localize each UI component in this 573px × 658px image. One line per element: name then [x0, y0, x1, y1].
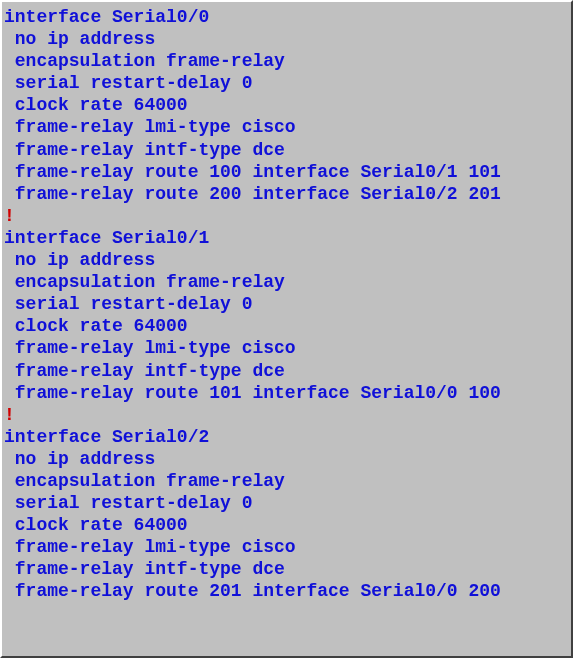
- config-line: frame-relay lmi-type cisco: [4, 337, 565, 359]
- terminal-window: interface Serial0/0 no ip address encaps…: [0, 0, 573, 658]
- config-line: no ip address: [4, 249, 565, 271]
- config-line: frame-relay route 201 interface Serial0/…: [4, 580, 565, 602]
- config-line: frame-relay intf-type dce: [4, 558, 565, 580]
- config-line: encapsulation frame-relay: [4, 50, 565, 72]
- config-line: encapsulation frame-relay: [4, 271, 565, 293]
- config-line: clock rate 64000: [4, 514, 565, 536]
- config-line: frame-relay route 200 interface Serial0/…: [4, 183, 565, 205]
- config-line: clock rate 64000: [4, 94, 565, 116]
- config-output: interface Serial0/0 no ip address encaps…: [4, 6, 565, 603]
- interface-header: interface Serial0/2: [4, 426, 565, 448]
- config-line: serial restart-delay 0: [4, 492, 565, 514]
- interface-header: interface Serial0/1: [4, 227, 565, 249]
- config-line: frame-relay intf-type dce: [4, 360, 565, 382]
- config-line: no ip address: [4, 448, 565, 470]
- separator-bang: !: [4, 205, 565, 227]
- config-line: serial restart-delay 0: [4, 293, 565, 315]
- separator-bang: !: [4, 404, 565, 426]
- config-line: serial restart-delay 0: [4, 72, 565, 94]
- interface-header: interface Serial0/0: [4, 6, 565, 28]
- config-line: frame-relay route 101 interface Serial0/…: [4, 382, 565, 404]
- config-line: encapsulation frame-relay: [4, 470, 565, 492]
- config-line: clock rate 64000: [4, 315, 565, 337]
- config-line: no ip address: [4, 28, 565, 50]
- config-line: frame-relay lmi-type cisco: [4, 536, 565, 558]
- config-line: frame-relay intf-type dce: [4, 139, 565, 161]
- config-line: frame-relay route 100 interface Serial0/…: [4, 161, 565, 183]
- config-line: frame-relay lmi-type cisco: [4, 116, 565, 138]
